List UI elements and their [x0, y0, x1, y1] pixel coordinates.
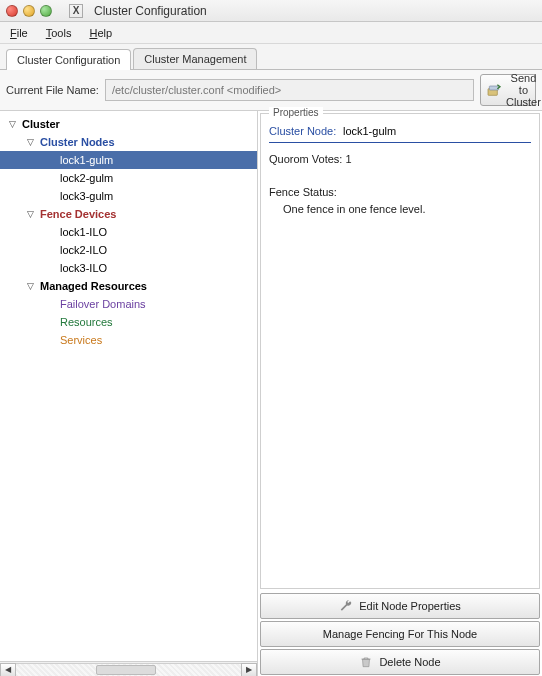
edit-node-properties-button[interactable]: Edit Node Properties	[260, 593, 540, 619]
tree-fence-lock1-ilo[interactable]: lock1-ILO	[0, 223, 257, 241]
action-buttons: Edit Node Properties Manage Fencing For …	[258, 591, 542, 676]
current-file-label: Current File Name:	[6, 84, 99, 96]
properties-body: Quorom Votes: 1 Fence Status: One fence …	[269, 151, 531, 582]
properties-pane: Properties Cluster Node: lock1-gulm Quor…	[258, 111, 542, 676]
tree-managed-failover-domains[interactable]: Failover Domains	[0, 295, 257, 313]
scroll-right-icon[interactable]: ▶	[241, 663, 257, 677]
trash-icon	[359, 655, 373, 669]
zoom-icon[interactable]	[40, 5, 52, 17]
manage-fencing-button[interactable]: Manage Fencing For This Node	[260, 621, 540, 647]
tree-pane: ▽ Cluster ▽ Cluster Nodes lock1-gulm loc…	[0, 111, 258, 676]
tab-cluster-configuration[interactable]: Cluster Configuration	[6, 49, 131, 70]
current-file-input[interactable]	[105, 79, 474, 101]
tree-cat-managed-resources[interactable]: ▽ Managed Resources	[0, 277, 257, 295]
fence-status-label: Fence Status:	[269, 184, 531, 201]
properties-title: Cluster Node: lock1-gulm	[269, 124, 531, 138]
tree-cat-cluster-nodes[interactable]: ▽ Cluster Nodes	[0, 133, 257, 151]
tree-node-lock1-gulm[interactable]: lock1-gulm	[0, 151, 257, 169]
server-send-icon	[486, 82, 502, 98]
properties-legend: Properties	[269, 107, 323, 118]
chevron-down-icon[interactable]: ▽	[24, 281, 36, 291]
properties-box: Properties Cluster Node: lock1-gulm Quor…	[260, 113, 540, 589]
x11-icon: X	[69, 4, 83, 18]
menu-tools[interactable]: Tools	[46, 27, 72, 39]
current-file-row: Current File Name: Send to Cluster	[0, 70, 542, 111]
scroll-track[interactable]	[16, 663, 241, 677]
menubar: File Tools Help	[0, 22, 542, 44]
wrench-icon	[339, 599, 353, 613]
tree-managed-services[interactable]: Services	[0, 331, 257, 349]
chevron-down-icon[interactable]: ▽	[24, 137, 36, 147]
tabbar: Cluster Configuration Cluster Management	[0, 44, 542, 70]
quorum-votes: Quorom Votes: 1	[269, 151, 531, 168]
tree-fence-lock3-ilo[interactable]: lock3-ILO	[0, 259, 257, 277]
window-title: Cluster Configuration	[94, 4, 207, 18]
tree-horizontal-scrollbar[interactable]: ◀ ▶	[0, 661, 257, 676]
tree-fence-lock2-ilo[interactable]: lock2-ILO	[0, 241, 257, 259]
cluster-tree[interactable]: ▽ Cluster ▽ Cluster Nodes lock1-gulm loc…	[0, 111, 257, 661]
fence-status-value: One fence in one fence level.	[269, 201, 531, 218]
menu-file[interactable]: File	[10, 27, 28, 39]
tree-node-lock2-gulm[interactable]: lock2-gulm	[0, 169, 257, 187]
close-icon[interactable]	[6, 5, 18, 17]
tree-root-cluster[interactable]: ▽ Cluster	[0, 115, 257, 133]
chevron-down-icon[interactable]: ▽	[24, 209, 36, 219]
tab-cluster-management[interactable]: Cluster Management	[133, 48, 257, 69]
minimize-icon[interactable]	[23, 5, 35, 17]
window-titlebar: X Cluster Configuration	[0, 0, 542, 22]
scroll-left-icon[interactable]: ◀	[0, 663, 16, 677]
menu-help[interactable]: Help	[89, 27, 112, 39]
tree-managed-resources[interactable]: Resources	[0, 313, 257, 331]
scroll-thumb[interactable]	[96, 665, 156, 675]
send-to-cluster-button[interactable]: Send to Cluster	[480, 74, 536, 106]
tree-node-lock3-gulm[interactable]: lock3-gulm	[0, 187, 257, 205]
delete-node-button[interactable]: Delete Node	[260, 649, 540, 675]
divider	[269, 142, 531, 143]
chevron-down-icon[interactable]: ▽	[6, 119, 18, 129]
tree-cat-fence-devices[interactable]: ▽ Fence Devices	[0, 205, 257, 223]
